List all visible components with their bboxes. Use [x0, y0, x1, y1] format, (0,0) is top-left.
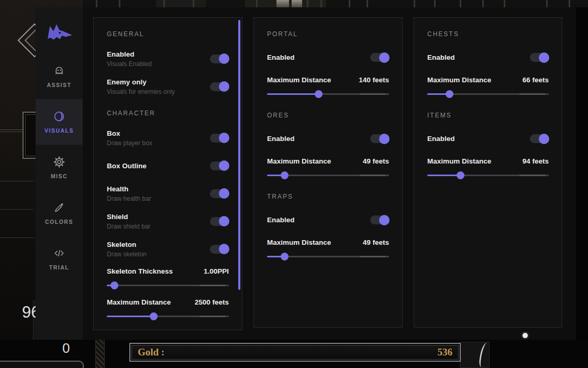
setting-label: Health	[107, 185, 151, 193]
row-portal-enabled: Enabled	[267, 52, 389, 62]
sidebar-item-label: TRIAL	[49, 264, 69, 270]
hud-bar-decor	[320, 0, 322, 7]
slider-track	[107, 285, 229, 286]
setting-label: Maximum Distance	[427, 76, 491, 84]
setting-label: Maximum Distance	[267, 76, 331, 84]
hud-bar-decor	[569, 0, 570, 7]
toggle-knob	[219, 133, 229, 143]
row-box-outline: Box Outline	[107, 156, 229, 175]
toggle-knob	[219, 53, 229, 64]
ores-max-distance-slider[interactable]	[267, 171, 389, 179]
toggle-chests-enabled[interactable]	[530, 53, 549, 62]
hud-bar-decor	[434, 0, 436, 7]
toggle-portal-enabled[interactable]	[370, 53, 389, 62]
setting-chests-max-distance: Maximum Distance 66 feets	[427, 76, 549, 98]
gold-bar: Gold : 536	[129, 343, 461, 362]
skeleton-thickness-slider[interactable]	[107, 282, 229, 289]
toggle-items-enabled[interactable]	[530, 134, 549, 143]
toggle-knob	[219, 160, 229, 171]
faint-line-decor	[0, 181, 34, 181]
slider-knob[interactable]	[446, 90, 453, 98]
cursor-dot	[523, 333, 528, 338]
setting-label: Enabled	[427, 53, 455, 61]
sidebar-item-assist[interactable]: ASSIST	[36, 53, 83, 99]
setting-items-max-distance: Maximum Distance 94 feets	[427, 157, 549, 179]
hud-bar-decor	[349, 0, 350, 7]
slider-fill	[107, 316, 153, 317]
section-title: CHARACTER	[107, 110, 229, 117]
hud-bar-decor	[504, 0, 505, 7]
toggle-box[interactable]	[210, 134, 229, 143]
section-title: ORES	[267, 112, 389, 119]
sidebar-item-visuals[interactable]: VISUALS	[36, 99, 83, 145]
toggle-enemy-only[interactable]	[210, 82, 229, 91]
hud-bar-decor	[96, 0, 97, 7]
toggle-knob	[379, 52, 390, 63]
toggle-skeleton[interactable]	[210, 245, 229, 254]
panel-scrollbar[interactable]	[238, 20, 240, 290]
toggle-shield[interactable]	[210, 217, 229, 226]
setting-value: 66 feets	[523, 76, 549, 84]
hud-bar-decor	[163, 0, 165, 7]
setting-value: 1.00PPI	[204, 267, 229, 275]
slider-knob[interactable]	[457, 171, 464, 179]
hud-bar-decor	[193, 0, 194, 7]
toggle-knob	[219, 188, 229, 199]
sidebar: ASSIST VISUALS MISC COLO	[36, 7, 83, 340]
slider-knob[interactable]	[281, 253, 289, 261]
sidebar-item-label: ASSIST	[47, 82, 72, 88]
section-title: CHESTS	[427, 30, 549, 38]
setting-value: 2500 feets	[195, 298, 229, 306]
sidebar-item-colors[interactable]: COLORS	[36, 190, 83, 236]
app-logo	[36, 7, 83, 53]
toggle-knob	[379, 134, 390, 144]
toggle-box-outline[interactable]	[210, 161, 229, 170]
setting-skeleton-thickness: Skeleton Thickness 1.00PPI	[107, 267, 229, 289]
toggle-visuals-enabled[interactable]	[210, 55, 229, 63]
toggle-traps-enabled[interactable]	[370, 215, 389, 224]
hud-bar-decor	[307, 0, 308, 7]
setting-label: Maximum Distance	[427, 157, 491, 165]
row-enabled: Enabled Visuals Enabled	[107, 49, 229, 68]
setting-value: 49 feets	[363, 157, 389, 165]
toggle-knob	[379, 215, 390, 225]
gold-value: 536	[438, 347, 453, 358]
slider-knob[interactable]	[150, 312, 158, 320]
items-max-distance-slider[interactable]	[427, 171, 549, 179]
divider-line-decor	[0, 129, 23, 130]
colors-eyedropper-icon	[53, 201, 65, 214]
row-health: Health Draw health bar	[107, 184, 229, 203]
chests-max-distance-slider[interactable]	[427, 90, 549, 98]
sidebar-item-label: VISUALS	[45, 127, 74, 134]
game-bottom-hud: Gold : 536	[0, 340, 588, 368]
portal-max-distance-slider[interactable]	[267, 90, 389, 98]
slider-fill	[427, 175, 460, 176]
sidebar-item-label: MISC	[51, 173, 68, 179]
toggle-knob	[219, 216, 229, 226]
setting-label: Box	[107, 129, 152, 137]
misc-gear-icon	[53, 156, 65, 168]
toggle-ores-enabled[interactable]	[370, 134, 389, 143]
setting-value: 94 feets	[523, 157, 549, 165]
setting-label: Maximum Distance	[107, 298, 171, 306]
sidebar-item-misc[interactable]: MISC	[36, 145, 83, 190]
section-title: TRAPS	[267, 193, 389, 200]
slider-knob[interactable]	[315, 90, 323, 98]
toggle-health[interactable]	[210, 189, 229, 198]
slider-knob[interactable]	[281, 171, 289, 179]
hud-pillar-decor	[292, 0, 302, 7]
section-title: PORTAL	[267, 30, 389, 38]
section-title: ITEMS	[427, 112, 549, 119]
row-enemy-only: Enemy only Visuals for enemies only	[107, 77, 229, 96]
setting-portal-max-distance: Maximum Distance 140 feets	[267, 76, 389, 98]
row-ores-enabled: Enabled	[267, 134, 389, 144]
slider-knob[interactable]	[110, 282, 118, 289]
faint-line-decor	[0, 209, 34, 210]
wolf-logo-icon	[45, 22, 74, 44]
character-max-distance-slider[interactable]	[107, 312, 229, 320]
traps-max-distance-slider[interactable]	[267, 253, 389, 261]
sidebar-item-trial[interactable]: TRIAL	[36, 236, 83, 282]
setting-label: Enemy only	[107, 78, 175, 86]
hud-bar-decor	[546, 0, 548, 7]
sidebar-item-label: COLORS	[45, 219, 73, 225]
